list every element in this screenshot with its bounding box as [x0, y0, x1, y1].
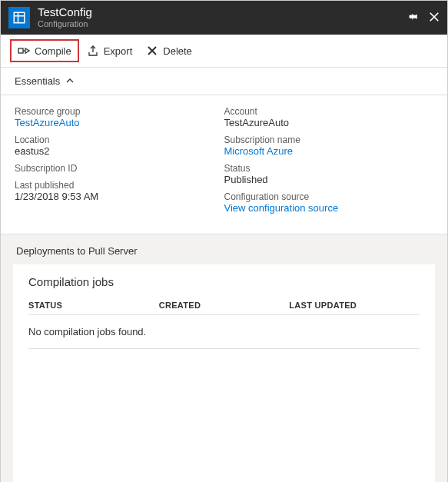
essentials-panel: Resource group TestAzureAuto Location ea… [1, 95, 447, 234]
blade-subtitle: Configuration [38, 19, 409, 29]
essentials-toggle[interactable]: Essentials [1, 68, 447, 95]
status-value: Published [224, 174, 434, 185]
export-icon [87, 45, 99, 57]
compile-icon [18, 45, 30, 57]
export-label: Export [104, 45, 133, 57]
delete-button[interactable]: Delete [140, 41, 198, 61]
last-published-label: Last published [15, 180, 224, 191]
blade-header: TestConfig Configuration [1, 1, 447, 35]
config-source-label: Configuration source [224, 191, 434, 202]
export-button[interactable]: Export [81, 41, 139, 61]
account-label: Account [224, 106, 434, 117]
last-published-value: 1/23/2018 9:53 AM [15, 191, 224, 202]
account-field: Account TestAzureAuto [224, 106, 434, 128]
location-field: Location eastus2 [15, 135, 224, 157]
compile-label: Compile [35, 45, 71, 57]
essentials-right-column: Account TestAzureAuto Subscription name … [224, 106, 434, 220]
pin-icon[interactable] [409, 12, 420, 25]
compile-button[interactable]: Compile [10, 39, 79, 62]
resource-group-link[interactable]: TestAzureAuto [15, 117, 224, 128]
close-icon[interactable] [429, 12, 440, 25]
command-bar: Compile Export Delete [1, 35, 447, 68]
config-source-link[interactable]: View configuration source [224, 202, 434, 214]
compilation-jobs-table: STATUS CREATED LAST UPDATED No compilati… [28, 301, 420, 349]
deployments-section: Deployments to Pull Server Compilation j… [1, 234, 447, 482]
header-actions [409, 12, 440, 25]
account-value: TestAzureAuto [224, 117, 434, 128]
delete-label: Delete [163, 45, 192, 57]
column-status[interactable]: STATUS [28, 301, 159, 310]
config-source-field: Configuration source View configuration … [224, 191, 434, 214]
compilation-jobs-card: Compilation jobs STATUS CREATED LAST UPD… [13, 264, 435, 482]
subscription-name-field: Subscription name Microsoft Azure [224, 135, 434, 157]
column-created[interactable]: CREATED [159, 301, 290, 310]
resource-group-field: Resource group TestAzureAuto [15, 106, 224, 128]
subscription-id-label: Subscription ID [15, 163, 224, 174]
deployments-title: Deployments to Pull Server [13, 245, 435, 257]
compilation-jobs-title: Compilation jobs [28, 275, 420, 288]
last-published-field: Last published 1/23/2018 9:53 AM [15, 180, 224, 202]
subscription-name-label: Subscription name [224, 135, 434, 145]
table-header-row: STATUS CREATED LAST UPDATED [28, 301, 420, 315]
configuration-blade: TestConfig Configuration Compile Export [0, 0, 448, 482]
configuration-icon [8, 7, 30, 28]
empty-state-message: No compilation jobs found. [28, 315, 420, 349]
location-value: eastus2 [15, 145, 224, 157]
svg-rect-5 [18, 48, 23, 53]
blade-title: TestConfig [38, 5, 409, 19]
chevron-up-icon [66, 75, 74, 87]
delete-icon [146, 45, 158, 57]
svg-rect-0 [14, 12, 25, 23]
resource-group-label: Resource group [15, 106, 224, 117]
status-field: Status Published [224, 163, 434, 185]
subscription-name-link[interactable]: Microsoft Azure [224, 145, 434, 157]
essentials-label: Essentials [15, 75, 60, 87]
essentials-left-column: Resource group TestAzureAuto Location ea… [15, 106, 224, 220]
header-titles: TestConfig Configuration [38, 5, 409, 29]
column-last-updated[interactable]: LAST UPDATED [289, 301, 420, 310]
location-label: Location [15, 135, 224, 145]
status-label: Status [224, 163, 434, 174]
subscription-id-field: Subscription ID [15, 163, 224, 174]
